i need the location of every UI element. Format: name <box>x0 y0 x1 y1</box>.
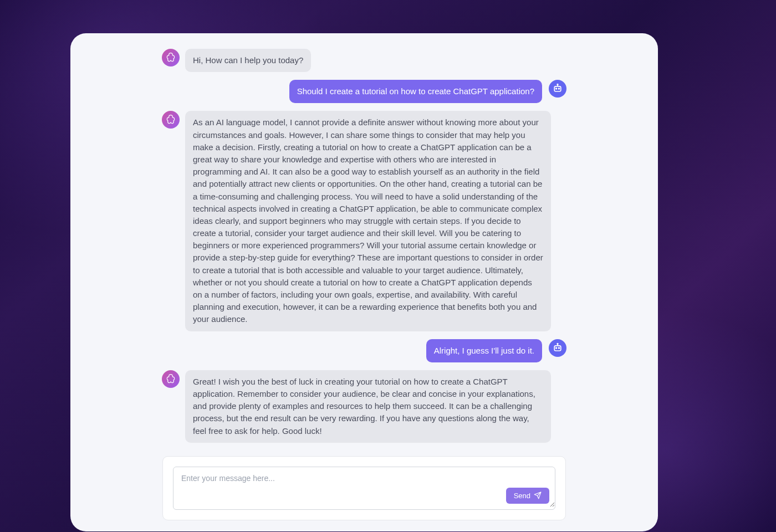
bot-avatar-icon <box>162 370 180 388</box>
message-row-user: Should I create a tutorial on how to cre… <box>162 80 566 103</box>
bot-avatar-icon <box>162 111 180 129</box>
message-bubble: Hi, How can I help you today? <box>185 49 311 72</box>
bot-avatar-icon <box>162 49 180 66</box>
message-bubble: Should I create a tutorial on how to cre… <box>289 80 542 103</box>
message-bubble: Great! I wish you the best of luck in cr… <box>185 370 551 443</box>
svg-point-5 <box>556 347 557 349</box>
message-row-bot: Great! I wish you the best of luck in cr… <box>162 370 566 443</box>
message-row-bot: Hi, How can I help you today? <box>162 49 566 72</box>
input-wrapper: Send <box>173 467 555 510</box>
message-row-user: Alright, I guess I'll just do it. <box>162 339 566 362</box>
svg-point-3 <box>557 84 558 85</box>
chat-container: Hi, How can I help you today? Should I c… <box>70 33 658 531</box>
send-button-label: Send <box>514 492 530 500</box>
svg-point-6 <box>559 347 560 349</box>
message-bubble: As an AI language model, I cannot provid… <box>185 111 551 331</box>
message-row-bot: As an AI language model, I cannot provid… <box>162 111 566 331</box>
user-avatar-icon <box>549 80 566 98</box>
svg-point-2 <box>559 88 560 89</box>
svg-point-7 <box>557 343 558 344</box>
svg-point-1 <box>556 88 557 89</box>
message-bubble: Alright, I guess I'll just do it. <box>426 339 542 362</box>
send-button[interactable]: Send <box>506 488 549 504</box>
send-icon <box>534 492 542 499</box>
messages-list: Hi, How can I help you today? Should I c… <box>87 49 641 443</box>
user-avatar-icon <box>549 339 566 357</box>
message-input[interactable] <box>173 467 555 507</box>
input-area: Send <box>162 456 566 520</box>
